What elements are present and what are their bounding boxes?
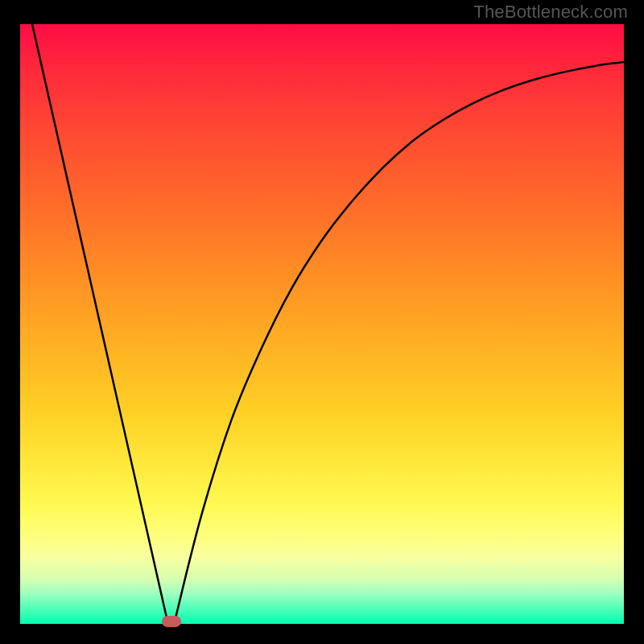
watermark-text: TheBottleneck.com: [473, 0, 628, 24]
curve-right-segment: [174, 62, 624, 624]
optimal-point-marker: [162, 616, 181, 627]
chart-frame: TheBottleneck.com: [0, 0, 644, 644]
plot-area: [20, 24, 624, 624]
bottleneck-curve: [20, 24, 624, 624]
curve-left-segment: [32, 24, 168, 624]
